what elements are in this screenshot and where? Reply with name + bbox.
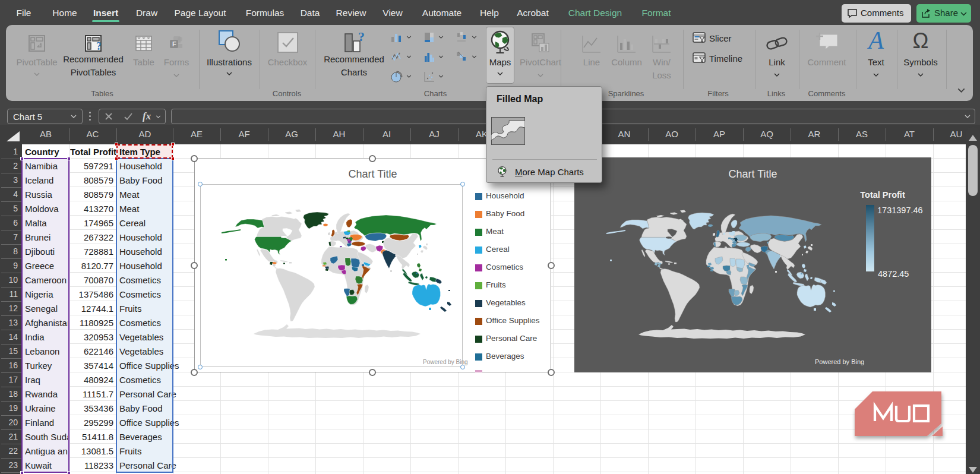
svg-text:?: ? bbox=[358, 31, 365, 44]
svg-text:?: ? bbox=[96, 40, 102, 52]
svg-text:F: F bbox=[172, 40, 176, 48]
